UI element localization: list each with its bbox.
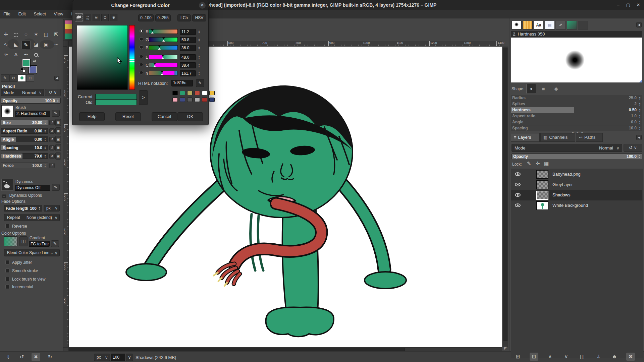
aspect-reset-button[interactable]: ↺	[49, 128, 55, 134]
tab-device-status[interactable]: ⊓	[26, 74, 34, 82]
hardness-spinner[interactable]: ▴▾	[43, 154, 47, 159]
zoom-dropdown-button[interactable]: ∨	[126, 354, 133, 361]
opacity-spinner[interactable]: ▴▾	[56, 98, 60, 103]
paint-mode-dropdown[interactable]: Mode Normal ∨	[1, 89, 44, 96]
new-layer-button[interactable]: ⊞	[514, 353, 522, 361]
hardness-link-button[interactable]: ▣	[55, 153, 61, 160]
history-swatch[interactable]	[187, 91, 193, 95]
layer-opacity-slider[interactable]: Opacity 100.0 ▴▾	[512, 154, 642, 159]
radio-g[interactable]	[140, 37, 143, 41]
brush-spacing-spinner[interactable]: ▴▾	[638, 125, 642, 131]
tab-palettes[interactable]	[578, 21, 588, 29]
channel-g-slider[interactable]	[149, 37, 178, 42]
brush-angle-spinner[interactable]: ▴▾	[638, 119, 642, 125]
tool-transform[interactable]: ⇱	[52, 30, 61, 39]
angle-spinner[interactable]: ▴▾	[43, 137, 47, 142]
history-swatch[interactable]	[202, 91, 207, 95]
tool-crop[interactable]: ◳	[42, 30, 51, 39]
opacity-slider[interactable]: Opacity 100.0 ▴▾	[1, 98, 61, 104]
lock-position-button[interactable]: ✛	[534, 160, 542, 167]
history-swatch[interactable]	[209, 98, 215, 102]
edit-dynamics-button[interactable]: ✎	[52, 184, 60, 191]
range-0-100-button[interactable]: 0..100	[138, 14, 154, 21]
size-slider[interactable]: Size39.00▴▾	[1, 120, 48, 125]
blend-space-dropdown[interactable]: Blend Color Space Line… ∨	[4, 249, 60, 256]
tab-tool-presets[interactable]: ✐	[556, 21, 566, 29]
tab-tool-options[interactable]: ✎	[1, 74, 9, 82]
reset-button[interactable]: Reset	[115, 112, 141, 121]
aspect-link-button[interactable]: ▣	[55, 127, 61, 134]
dynamics-options-expander[interactable]: – Dynamics Options	[2, 193, 42, 198]
close-button[interactable]: ✕	[633, 0, 643, 10]
brush-name-field[interactable]: 2. Hardness 050	[15, 111, 50, 117]
radio-l[interactable]	[140, 55, 143, 58]
size-reset-button[interactable]: ↺	[49, 120, 55, 125]
dock-menu-button[interactable]: ◀	[636, 22, 642, 27]
tool-clone[interactable]: ▣	[42, 40, 51, 49]
tab-images[interactable]	[18, 74, 26, 82]
history-swatch[interactable]	[180, 98, 185, 102]
lock-pixels-button[interactable]: ✎	[525, 160, 533, 167]
history-swatch[interactable]	[202, 98, 207, 102]
tool-move[interactable]: ✛	[1, 30, 10, 39]
tool-ink[interactable]: ✒	[21, 50, 31, 59]
duplicate-layer-button[interactable]: ◫	[578, 353, 587, 361]
layer-row-white-background[interactable]: White Background	[511, 200, 642, 211]
range-0-255-button[interactable]: 0..255	[155, 14, 171, 21]
add-to-history-button[interactable]: >	[139, 90, 148, 105]
spikes-spinner[interactable]: ▴▾	[638, 101, 642, 107]
channel-l-field[interactable]: 48.0	[180, 54, 196, 60]
channel-r-spinner[interactable]: ▴▾	[197, 29, 201, 35]
zoom-field[interactable]: 100 %	[111, 354, 125, 361]
layer-row-shadows[interactable]: Shadows	[511, 190, 642, 200]
maximize-button[interactable]: ▢	[623, 0, 633, 10]
cmyk-selector-tab[interactable]: CMYK	[84, 14, 91, 21]
angle-link-button[interactable]: ▣	[55, 136, 61, 143]
tool-warp[interactable]: ∿	[1, 40, 10, 49]
channel-r-field[interactable]: 11.2	[180, 29, 196, 35]
menu-file[interactable]: File	[0, 10, 14, 18]
history-swatch[interactable]	[180, 91, 185, 95]
layer-row-greylayer[interactable]: GreyLayer	[511, 180, 642, 190]
channel-r-slider[interactable]	[149, 29, 178, 34]
brush-preview[interactable]	[511, 38, 642, 82]
visibility-eye-icon[interactable]	[515, 203, 521, 207]
apply-jitter-checkbox[interactable]: Apply Jitter	[5, 260, 32, 265]
tool-pencil[interactable]: ✎	[21, 40, 31, 49]
hardness-slider[interactable]: Hardness79.0▴▾	[1, 153, 48, 159]
channel-h-field[interactable]: 161.7	[180, 70, 196, 76]
lock-brush-checkbox[interactable]: Lock brush to view	[5, 277, 45, 282]
channel-l-spinner[interactable]: ▴▾	[197, 54, 201, 60]
gimp-selector-tab[interactable]	[75, 14, 83, 21]
brush-angle-slider[interactable]: Angle0.0▴▾	[511, 119, 642, 125]
dialog-close-button[interactable]: ✕	[199, 2, 206, 9]
lch-button[interactable]: LCh	[177, 14, 191, 21]
foreground-color-swatch[interactable]	[22, 59, 31, 67]
reset-tool-options-button[interactable]: ↻	[46, 353, 54, 361]
fade-length-field[interactable]: Fade length 100 ▴▾	[4, 205, 42, 212]
brush-aspect-slider[interactable]: Aspect ratio1.0▴▾	[511, 113, 642, 119]
brush-aspect-spinner[interactable]: ▴▾	[638, 113, 642, 119]
tool-smudge[interactable]: ∽	[52, 40, 61, 49]
channel-b-slider[interactable]	[149, 45, 178, 50]
smooth-stroke-checkbox[interactable]: Smooth stroke	[5, 268, 38, 273]
gradient-thumbnail[interactable]	[4, 236, 17, 246]
delete-layer-button[interactable]: ✖	[626, 353, 635, 361]
merge-layer-button[interactable]: ⇓	[594, 353, 603, 361]
radius-spinner[interactable]: ▴▾	[638, 95, 642, 101]
visibility-eye-icon[interactable]	[515, 172, 521, 176]
mode-reset-button[interactable]: ↺ ∨	[45, 89, 61, 96]
v-ruler[interactable]: 2 0 03 0 04 0 05 0 06 0 07 0 08 0 09 0 0	[63, 47, 69, 347]
dynamics-thumbnail[interactable]	[1, 179, 13, 191]
visibility-eye-icon[interactable]	[515, 193, 521, 197]
layer-mode-reset-button[interactable]: ↺ ∨	[624, 144, 642, 152]
visibility-eye-icon[interactable]	[515, 183, 521, 186]
tab-document-history[interactable]: ▤	[545, 21, 555, 29]
layer-mode-dropdown[interactable]: Mode Normal ∨	[512, 144, 622, 152]
repeat-dropdown[interactable]: Repeat None (extend) ∨	[4, 214, 60, 221]
help-button[interactable]: Help	[79, 112, 105, 121]
ok-button[interactable]: OK	[177, 112, 203, 121]
channel-g-field[interactable]: 50.8	[180, 37, 196, 43]
fade-spinner[interactable]: ▴▾	[37, 205, 42, 211]
force-slider[interactable]: Force100.0▴▾	[1, 163, 48, 168]
